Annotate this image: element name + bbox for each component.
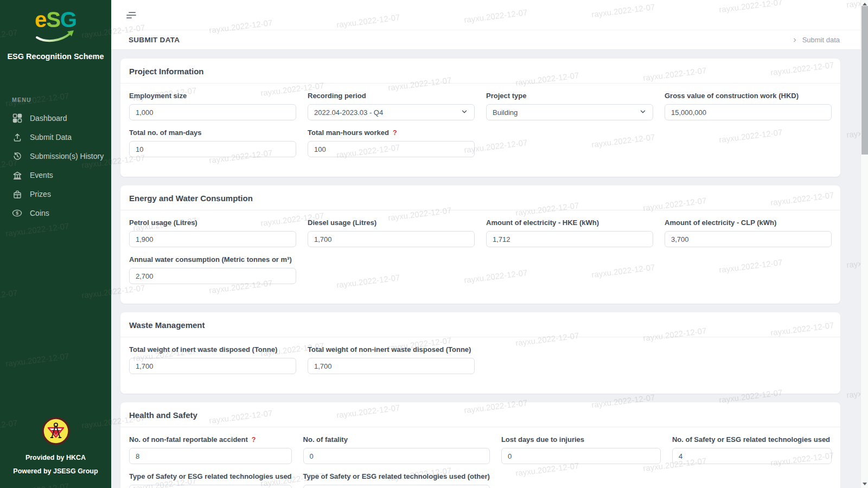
page-title: SUBMIT DATA xyxy=(129,36,180,44)
electricity-clp-input[interactable] xyxy=(665,231,832,247)
form-content: Project Information Employment size Reco… xyxy=(111,50,868,488)
help-indicator[interactable]: ? xyxy=(393,129,397,137)
page-header: SUBMIT DATA Submit data xyxy=(111,30,868,50)
field-label: Type of Safety or ESG related technologi… xyxy=(303,472,490,480)
safety-tech-count-input[interactable] xyxy=(672,448,832,464)
field-label: Amount of electricity - HKE (kWh) xyxy=(486,219,653,227)
topbar xyxy=(111,0,868,30)
upload-icon xyxy=(12,132,22,142)
sidebar-item-events[interactable]: Events xyxy=(0,165,111,184)
recording-period-select[interactable]: 2022.04-2023.03 - Q4 xyxy=(308,104,475,120)
esg-logo-letters: eSG xyxy=(0,9,111,30)
field-electricity-clp: Amount of electricity - CLP (kWh) xyxy=(665,219,832,247)
help-indicator[interactable]: ? xyxy=(252,436,256,444)
field-label: Project type xyxy=(486,92,653,100)
breadcrumb-item[interactable]: Submit data xyxy=(802,36,840,44)
project-type-select[interactable]: Building xyxy=(486,104,653,120)
field-label: Employment size xyxy=(129,92,296,100)
app-title: ESG Recognition Scheme xyxy=(0,52,111,61)
logo-letter-e: e xyxy=(35,8,46,31)
sidebar-item-coins[interactable]: $ Coins xyxy=(0,203,111,222)
field-label: Annual water consumption (Metric tonnes … xyxy=(129,255,296,264)
sidebar-item-label: Prizes xyxy=(30,190,51,198)
non-fatal-accidents-input[interactable] xyxy=(129,448,292,464)
man-hours-input[interactable] xyxy=(308,141,475,157)
svg-text:$: $ xyxy=(16,210,18,216)
field-label: Recording period xyxy=(308,92,475,100)
field-inert-waste: Total weight of inert waste disposed (To… xyxy=(129,345,296,374)
field-diesel-usage: Diesel usage (Litres) xyxy=(308,219,475,247)
field-employment-size: Employment size xyxy=(129,92,296,120)
field-label: No. of non-fatal reportable accident? xyxy=(129,435,292,444)
safety-tech-type-other-input[interactable] xyxy=(303,485,490,488)
menu-toggle-icon[interactable] xyxy=(124,10,138,21)
field-label: Total man-hours worked? xyxy=(308,129,475,137)
electricity-hke-input[interactable] xyxy=(486,231,653,247)
section-title: Waste Management xyxy=(129,320,832,330)
field-label: Diesel usage (Litres) xyxy=(308,219,475,227)
scroll-up-arrow-icon[interactable] xyxy=(863,3,867,5)
field-water-consumption: Annual water consumption (Metric tonnes … xyxy=(129,255,296,284)
sidebar-item-label: Coins xyxy=(30,209,49,217)
dashboard-icon xyxy=(12,113,22,123)
field-recording-period: Recording period 2022.04-2023.03 - Q4 xyxy=(308,92,475,120)
section-title: Health and Safety xyxy=(129,410,832,420)
scroll-down-arrow-icon[interactable] xyxy=(863,483,867,485)
field-label: Total weight of non-inert waste disposed… xyxy=(308,345,475,354)
sidebar-item-label: Submit Data xyxy=(30,133,72,142)
field-lost-days: Lost days due to injuries xyxy=(501,435,661,464)
field-label: Total weight of inert waste disposed (To… xyxy=(129,345,296,354)
petrol-usage-input[interactable] xyxy=(129,231,296,247)
field-label: No. of Safety or ESG related technologie… xyxy=(672,435,832,444)
sidebar-item-submissions-history[interactable]: Submission(s) History xyxy=(0,146,111,165)
chevron-down-icon xyxy=(461,108,468,117)
diesel-usage-input[interactable] xyxy=(308,231,475,247)
sidebar-item-label: Events xyxy=(30,171,53,179)
field-non-inert-waste: Total weight of non-inert waste disposed… xyxy=(308,345,475,374)
history-icon xyxy=(12,151,22,161)
section-energy-water: Energy and Water Consumption Petrol usag… xyxy=(120,185,840,304)
water-consumption-input[interactable] xyxy=(129,268,296,284)
man-days-input[interactable] xyxy=(129,141,296,157)
sidebar-item-label: Submission(s) History xyxy=(30,152,104,160)
field-label: Gross value of construction work (HKD) xyxy=(665,92,832,100)
section-waste-management: Waste Management Total weight of inert w… xyxy=(120,312,840,394)
scrollbar-thumb[interactable] xyxy=(861,6,868,155)
coin-icon: $ xyxy=(12,208,22,218)
lost-days-input[interactable] xyxy=(501,448,661,464)
gift-icon xyxy=(12,189,22,199)
sidebar-item-prizes[interactable]: Prizes xyxy=(0,184,111,203)
breadcrumb[interactable]: Submit data xyxy=(792,36,840,44)
sidebar-footer: Provided by HKCA Powered by JSESG Group xyxy=(0,417,111,488)
section-title: Project Information xyxy=(129,67,832,76)
field-safety-tech-count: No. of Safety or ESG related technologie… xyxy=(672,435,832,464)
safety-tech-type-input[interactable] xyxy=(129,485,292,488)
field-label: Total no. of man-days xyxy=(129,129,296,137)
gross-value-input[interactable] xyxy=(665,104,832,120)
powered-by-text: Powered by JSESG Group xyxy=(0,467,111,475)
sidebar: eSG ESG Recognition Scheme MENU Dash xyxy=(0,0,111,488)
main-area: SUBMIT DATA Submit data Project Informat… xyxy=(111,0,868,488)
section-title: Energy and Water Consumption xyxy=(129,194,832,203)
field-label: Petrol usage (Litres) xyxy=(129,219,296,227)
sidebar-item-dashboard[interactable]: Dashboard xyxy=(0,108,111,127)
field-man-days: Total no. of man-days xyxy=(129,129,296,157)
hkca-logo xyxy=(42,417,70,445)
chevron-down-icon xyxy=(639,108,647,117)
fatality-input[interactable] xyxy=(303,448,490,464)
field-electricity-hke: Amount of electricity - HKE (kWh) xyxy=(486,219,653,247)
sidebar-item-submit-data[interactable]: Submit Data xyxy=(0,127,111,146)
vertical-scrollbar[interactable] xyxy=(860,0,868,488)
sidebar-menu: Dashboard Submit Data Submission(s) Hist… xyxy=(0,108,111,222)
section-project-information: Project Information Employment size Reco… xyxy=(120,59,840,177)
field-man-hours: Total man-hours worked? xyxy=(308,129,475,157)
field-label: Type of Safety or ESG related technologi… xyxy=(129,472,292,480)
chevron-right-icon xyxy=(792,37,797,43)
esg-logo: eSG xyxy=(0,9,111,44)
inert-waste-input[interactable] xyxy=(129,358,296,374)
employment-size-input[interactable] xyxy=(129,104,296,120)
field-petrol-usage: Petrol usage (Litres) xyxy=(129,219,296,247)
provided-by-text: Provided by HKCA xyxy=(0,454,111,461)
field-label: Lost days due to injuries xyxy=(501,435,661,444)
non-inert-waste-input[interactable] xyxy=(308,358,475,374)
